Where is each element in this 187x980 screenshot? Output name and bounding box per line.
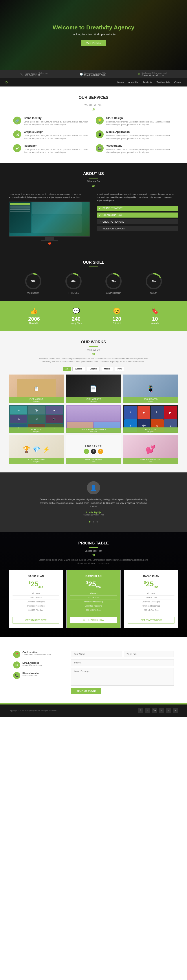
about-logo: :D bbox=[92, 184, 95, 187]
plan-cta-0[interactable]: GET STARTED NOW bbox=[13, 617, 59, 624]
plan-cta-2[interactable]: GET STARTED NOW bbox=[128, 617, 174, 624]
work-label-2: BRONZE APPS Mobile bbox=[123, 397, 178, 403]
skill-label-0: Web Design bbox=[24, 292, 42, 294]
checkmark-icon: ✓ bbox=[99, 207, 101, 210]
filter-mobile[interactable]: Mobile bbox=[101, 367, 113, 371]
dot-2[interactable] bbox=[93, 521, 94, 522]
work-label-7: FREE LOGOTYPE Print bbox=[66, 458, 121, 464]
stat-awards: 🔖 10 Awards bbox=[151, 307, 159, 325]
about-right: Futurrit blandit aenean dictum sem quis … bbox=[97, 193, 178, 233]
hero-content: Welcome to Dreativity Agency Looking for… bbox=[53, 24, 134, 46]
work-logotype[interactable]: LOGOTYPE L G O FREE LOGOTYPE Print bbox=[66, 435, 121, 464]
hero-cta-button[interactable]: View Portfolio bbox=[81, 40, 105, 46]
dot-1[interactable] bbox=[89, 521, 90, 522]
hero-title: Welcome to Dreativity Agency bbox=[53, 24, 134, 31]
work-flat-mockup[interactable]: 📋 FLAT MOCKUP Graphic bbox=[9, 374, 64, 403]
filter-graphic[interactable]: Graphic bbox=[87, 367, 100, 371]
service-uiux: 💡 UI/UX Design Lorem ipsum dolor amet, M… bbox=[96, 116, 174, 126]
feature-clean: ✓ CLEAN STRATEGY bbox=[97, 213, 178, 218]
skill-label-1: HTML/CSS bbox=[65, 292, 82, 294]
testimonial-name: Abcde Fghijk bbox=[13, 511, 174, 514]
footer-copy: Copyright © 2014. Company Name. All righ… bbox=[9, 710, 57, 712]
service-brand-identity: 🔗 Brand Identity Lorem ipsum dolor amet,… bbox=[13, 116, 91, 126]
brand-icon: 🔗 bbox=[13, 116, 21, 124]
work-3d-icon[interactable]: 🏆 💎 ⚡ 3D ICON MODERN Graphic bbox=[9, 435, 64, 464]
work-flat-icon[interactable]: ✈ 📡 ❤ ⚙ 🔊 📷 ℹ 🔒 ★ FLAT ICON Graphic bbox=[9, 405, 64, 433]
message-textarea[interactable] bbox=[71, 668, 174, 686]
stats-section: 👍 2006 Thumb Up 💬 240 Happy Client 😊 120… bbox=[0, 301, 187, 331]
contact-section: 📍 Our Location 1234 Lorem ipsum dolor si… bbox=[0, 637, 187, 703]
social-instagram[interactable]: ⊙ bbox=[166, 708, 171, 713]
work-label-0: FLAT MOCKUP Graphic bbox=[9, 397, 64, 403]
about-subheading: What We Do bbox=[9, 180, 178, 183]
monitor-mockup: 🍎 bbox=[9, 202, 90, 245]
footer-social: f t G+ in ⊙ in bbox=[138, 708, 178, 713]
nav-about[interactable]: About Us bbox=[128, 81, 138, 84]
skill-htmlcss: 6% HTML/CSS bbox=[65, 272, 82, 294]
monitor-screen bbox=[10, 202, 90, 236]
social-facebook[interactable]: f bbox=[138, 708, 143, 713]
social-linkedin[interactable]: in bbox=[159, 708, 164, 713]
work-label-5: FREE ICON Graphic bbox=[123, 428, 178, 433]
pricing-plan-2: BASIC PLAN $25/mo All Users 100 GB Data … bbox=[124, 570, 178, 628]
service-desc-1: Lorem ipsum dolor amet, Mauris tempus du… bbox=[106, 121, 174, 126]
testimonial-text: Content is a key pillar within a larger … bbox=[38, 498, 149, 508]
nav-home[interactable]: Home bbox=[117, 81, 124, 84]
service-title-4: Illustration bbox=[24, 144, 91, 147]
nav-testimonials[interactable]: Testimonials bbox=[157, 81, 170, 84]
about-divider bbox=[89, 178, 98, 178]
clock-icon: 🕐 bbox=[80, 73, 83, 76]
stat-label-2: Satisfied bbox=[112, 322, 121, 325]
dot-3[interactable] bbox=[97, 521, 98, 522]
graphic-icon: 🖼 bbox=[13, 130, 21, 138]
pricing-heading: PRICING TABLE bbox=[9, 541, 178, 546]
name-input[interactable] bbox=[71, 651, 121, 657]
plan-cta-1[interactable]: GET STARTED NOW bbox=[70, 617, 117, 623]
work-wedding[interactable]: 💕 WEDDING INVITATION Print bbox=[123, 435, 178, 464]
stat-satisfied: 😊 120 Satisfied bbox=[112, 307, 121, 325]
hero-subtitle: Looking for clean & simple website bbox=[53, 33, 134, 36]
nav-contact[interactable]: Contact bbox=[174, 81, 182, 84]
skill-circle-3: 8% bbox=[145, 272, 163, 290]
skills-grid: 5% Web Design 6% HTML/CSS 7% Gr bbox=[13, 272, 174, 294]
email-input[interactable] bbox=[124, 651, 174, 657]
service-desc-4: Lorem ipsum dolor amet, Mauris tempus du… bbox=[24, 148, 91, 154]
work-aton[interactable]: 📄 ATON WEBSITE Website bbox=[66, 374, 121, 403]
feature-creative: ✓ CREATIVE FEATURE bbox=[97, 219, 178, 224]
filter-print[interactable]: Print bbox=[115, 367, 125, 371]
services-title: OUR SERVICES What Do We Offer :D bbox=[13, 95, 174, 111]
pricing-title: PRICING TABLE Choose Your Plan :D Lorem … bbox=[9, 541, 178, 565]
service-illustration: 🖌 Illustration Lorem ipsum dolor amet, M… bbox=[13, 144, 91, 154]
works-title: OUR WORKS What We Do :D bbox=[9, 340, 178, 356]
work-free-icon[interactable]: f ▶ in ▶ t G+ ⊕ ⊙ FREE ICON Graphic bbox=[123, 405, 178, 433]
hours-label: We are open Monday-Friday bbox=[84, 72, 107, 74]
plan-features-1: All Users 100 GB Data Unlimited Messagin… bbox=[70, 592, 117, 612]
feature-brand: ✓ BRAND STRATEGY bbox=[97, 206, 178, 211]
filter-all[interactable]: All bbox=[63, 367, 70, 371]
skill-label-2: Graphic Design bbox=[105, 292, 122, 294]
submit-button[interactable]: SEND MESSAGE bbox=[71, 688, 101, 694]
work-digital[interactable]: DIGITAL/BRANDING WEBSITE Website bbox=[66, 405, 121, 433]
pricing-plan-0: BASIC PLAN $25/mo All Users 100 GB Data … bbox=[9, 570, 63, 628]
filter-website[interactable]: Website bbox=[72, 367, 85, 371]
services-subheading: What Do We Offer bbox=[13, 104, 174, 107]
skill-graphic: 7% Graphic Design bbox=[105, 272, 122, 294]
testimonial-avatar: 👤 bbox=[87, 481, 100, 495]
email-icon: ✉ bbox=[138, 73, 140, 76]
feature-investor: ✓ INVESTOR SUPPORT bbox=[97, 226, 178, 231]
work-bronze[interactable]: 📱 BRONZE APPS Mobile bbox=[123, 374, 178, 403]
pricing-logo: :D bbox=[92, 554, 95, 557]
social-other[interactable]: in bbox=[173, 708, 178, 713]
social-googleplus[interactable]: G+ bbox=[152, 708, 157, 713]
hours-info: 🕐 We are open Monday-Friday Mon-Fri (08:… bbox=[80, 72, 107, 76]
skills-section: OUR SKILL 5% Web Design 6% HTML/CSS bbox=[0, 254, 187, 301]
checkmark-icon-3: ✓ bbox=[99, 221, 101, 223]
services-logo: :D bbox=[92, 108, 95, 111]
nav-products[interactable]: Products bbox=[142, 81, 152, 84]
about-left: Lorem ipsum dolor amet, Mauris tempus du… bbox=[9, 193, 90, 245]
subject-input[interactable] bbox=[71, 659, 174, 666]
social-twitter[interactable]: t bbox=[145, 708, 150, 713]
plan-price-2: $25/mo bbox=[128, 580, 174, 589]
thumbup-icon: 👍 bbox=[28, 307, 40, 315]
about-title: ABOUT US What We Do :D bbox=[9, 172, 178, 188]
